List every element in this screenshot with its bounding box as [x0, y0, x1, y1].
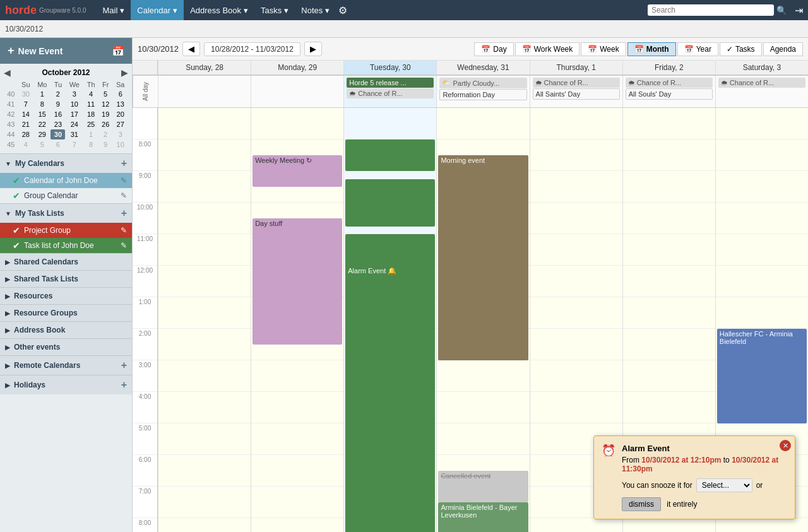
- mini-cal-day[interactable]: 4: [18, 139, 34, 150]
- day-header-2[interactable]: Tuesday, 30: [343, 61, 436, 74]
- sidebar-item-john-doe-calendar[interactable]: ✔ Calendar of John Doe ✎: [0, 173, 132, 188]
- calendar-event[interactable]: Morning event: [438, 155, 528, 360]
- allday-cell-3[interactable]: ⛅ Partly Cloudy... Reformation Day: [436, 76, 529, 107]
- mini-cal-day[interactable]: 1: [83, 129, 98, 139]
- mini-cal-day[interactable]: 15: [33, 109, 50, 119]
- allday-cell-6[interactable]: 🌧 Chance of R...: [715, 76, 808, 107]
- mini-cal-day[interactable]: 17: [65, 109, 83, 119]
- edit-task-list-button[interactable]: ✎: [121, 226, 127, 235]
- day-header-6[interactable]: Saturday, 3: [715, 61, 808, 74]
- mini-cal-day[interactable]: 31: [65, 129, 83, 139]
- add-button[interactable]: +: [121, 360, 127, 371]
- mini-cal-day[interactable]: 3: [65, 89, 83, 99]
- calendar-event[interactable]: [345, 139, 435, 171]
- tab-week[interactable]: 📅 Week: [581, 42, 626, 56]
- dismiss-button[interactable]: dismiss: [622, 497, 661, 511]
- edit-calendar-button[interactable]: ✎: [121, 176, 127, 185]
- add-calendar-button[interactable]: +: [121, 158, 127, 169]
- next-month-button[interactable]: ▶: [121, 68, 128, 78]
- day-column-1[interactable]: Weekly Meeting ↻Day stuff: [251, 108, 343, 532]
- mini-cal-day[interactable]: 12: [98, 99, 113, 109]
- section-header[interactable]: ▶ Shared Task Lists: [0, 271, 132, 287]
- mini-cal-day[interactable]: 27: [112, 119, 128, 129]
- mini-cal-day[interactable]: 26: [98, 119, 113, 129]
- mini-cal-day[interactable]: 1: [33, 89, 50, 99]
- prev-week-button[interactable]: ◀: [182, 42, 200, 56]
- day-column-2[interactable]: Alarm Event 🔔: [343, 108, 436, 532]
- mini-cal-day[interactable]: 10: [65, 99, 83, 109]
- mini-cal-day[interactable]: 30: [50, 129, 65, 139]
- logout-button[interactable]: ⇥: [795, 4, 803, 16]
- day-header-3[interactable]: Wednesday, 31: [436, 61, 529, 74]
- calendar-event[interactable]: [345, 179, 435, 227]
- calendar-event[interactable]: Cancelled event: [438, 471, 528, 502]
- partly-cloudy-event[interactable]: ⛅ Partly Cloudy...: [439, 78, 526, 88]
- mini-cal-day[interactable]: 13: [112, 99, 128, 109]
- prev-month-button[interactable]: ◀: [4, 68, 11, 78]
- mini-cal-day[interactable]: 6: [50, 139, 65, 150]
- edit-calendar-button[interactable]: ✎: [121, 191, 127, 200]
- tab-month[interactable]: 📅 Month: [627, 42, 676, 56]
- nav-addressbook[interactable]: Address Book ▾: [184, 0, 254, 20]
- settings-button[interactable]: ⚙: [338, 4, 347, 16]
- section-header[interactable]: ▶ Holidays +: [0, 375, 132, 394]
- week-number[interactable]: 43: [4, 119, 18, 129]
- nav-notes[interactable]: Notes ▾: [295, 0, 336, 20]
- allday-cell-4[interactable]: 🌧 Chance of R... All Saints' Day: [530, 76, 622, 107]
- alarm-close-button[interactable]: ✕: [780, 440, 791, 451]
- mini-cal-day[interactable]: 8: [83, 139, 98, 150]
- snooze-select[interactable]: Select... 5 minutes 10 minutes 15 minute…: [696, 478, 752, 492]
- week-number[interactable]: 42: [4, 109, 18, 119]
- calendar-event[interactable]: Alarm Event 🔔: [345, 266, 435, 532]
- mini-cal-day[interactable]: 18: [83, 109, 98, 119]
- mini-cal-day[interactable]: 25: [83, 119, 98, 129]
- section-header[interactable]: ▶ Resource Groups: [0, 305, 132, 321]
- allday-cell-0[interactable]: [158, 76, 251, 107]
- mini-cal-day[interactable]: 19: [98, 109, 113, 119]
- chance-rain-event-thu[interactable]: 🌧 Chance of R...: [533, 78, 620, 88]
- mini-cal-day[interactable]: 7: [18, 99, 34, 109]
- nav-calendar[interactable]: Calendar ▾: [131, 0, 184, 20]
- mini-cal-day[interactable]: 4: [83, 89, 98, 99]
- week-number[interactable]: 45: [4, 139, 18, 150]
- day-header-4[interactable]: Thursday, 1: [530, 61, 622, 74]
- calendar-event[interactable]: Weekly Meeting ↻: [252, 155, 342, 187]
- week-number[interactable]: 40: [4, 89, 18, 99]
- mini-cal-day[interactable]: 24: [65, 119, 83, 129]
- section-header[interactable]: ▶ Remote Calendars +: [0, 356, 132, 375]
- day-header-1[interactable]: Monday, 29: [251, 61, 343, 74]
- nav-mail[interactable]: Mail ▾: [97, 0, 131, 20]
- nav-tasks[interactable]: Tasks ▾: [254, 0, 295, 20]
- allday-cell-2[interactable]: Horde 5 release ... 🌧 Chance of R...: [343, 76, 436, 107]
- new-event-button[interactable]: + New Event 📅: [0, 38, 132, 64]
- mini-cal-day[interactable]: 30: [18, 89, 34, 99]
- allday-cell-1[interactable]: [251, 76, 343, 107]
- section-header[interactable]: ▶ Other events: [0, 339, 132, 355]
- mini-cal-day[interactable]: 14: [18, 109, 34, 119]
- day-header-0[interactable]: Sunday, 28: [158, 61, 251, 74]
- chance-rain-event-fri[interactable]: 🌧 Chance of R...: [626, 78, 713, 88]
- mini-cal-day[interactable]: 21: [18, 119, 34, 129]
- mini-cal-day[interactable]: 9: [50, 99, 65, 109]
- section-header[interactable]: ▶ Address Book: [0, 322, 132, 338]
- all-souls-day-event[interactable]: All Souls' Day: [626, 88, 713, 100]
- day-column-0[interactable]: [158, 108, 251, 532]
- mini-cal-day[interactable]: 8: [33, 99, 50, 109]
- mini-cal-day[interactable]: 5: [98, 89, 113, 99]
- sidebar-item-john-doe-tasks[interactable]: ✔ Task list of John Doe ✎: [0, 238, 132, 253]
- chance-rain-event-tue[interactable]: 🌧 Chance of R...: [347, 88, 434, 98]
- section-header[interactable]: ▶ Shared Calendars: [0, 254, 132, 270]
- add-task-list-button[interactable]: +: [121, 208, 127, 219]
- chance-rain-event-sat[interactable]: 🌧 Chance of R...: [718, 78, 805, 88]
- calendar-event[interactable]: Arminia Bielefeld - Bayer Leverkusen: [438, 502, 528, 532]
- mini-cal-day[interactable]: 5: [33, 139, 50, 150]
- mini-cal-day[interactable]: 29: [33, 129, 50, 139]
- mini-cal-day[interactable]: 10: [112, 139, 128, 150]
- allday-cell-5[interactable]: 🌧 Chance of R... All Souls' Day: [622, 76, 715, 107]
- mini-cal-day[interactable]: 3: [112, 129, 128, 139]
- mini-cal-day[interactable]: 2: [50, 89, 65, 99]
- calendar-picker-icon[interactable]: 📅: [112, 45, 124, 57]
- day-column-3[interactable]: Morning eventCancelled eventArminia Biel…: [436, 108, 529, 532]
- horde-release-event[interactable]: Horde 5 release ...: [347, 78, 434, 88]
- tab-agenda[interactable]: Agenda: [763, 42, 803, 56]
